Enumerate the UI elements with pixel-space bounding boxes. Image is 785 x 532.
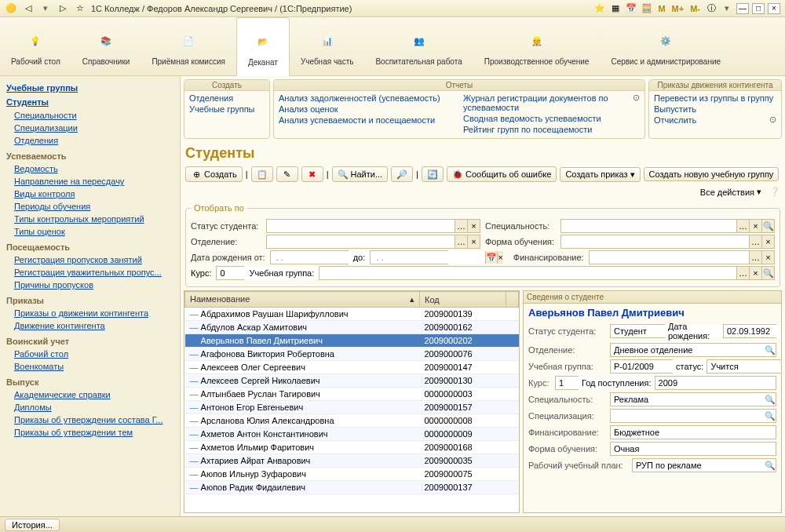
create-group-button[interactable]: Создать новую учебную группу: [644, 167, 780, 181]
nav-link[interactable]: Направление на пересдачу: [6, 175, 173, 188]
d-gstatus-input[interactable]: [706, 359, 782, 373]
students-table[interactable]: Наименование ▴ Код — Абдрахимов Раушан Ш…: [184, 290, 520, 513]
nav-link[interactable]: Регистрация пропусков занятий: [6, 253, 173, 266]
info-icon[interactable]: ⓘ: [705, 2, 717, 15]
calendar-icon[interactable]: 📅: [485, 251, 497, 264]
close-button[interactable]: ×: [768, 3, 780, 14]
table-row[interactable]: — Ахметов Антон Константинович0000000009: [185, 428, 519, 441]
clear-icon[interactable]: ×: [749, 267, 761, 279]
col-name[interactable]: Наименование ▴: [185, 292, 420, 308]
all-actions-button[interactable]: Все действия ▾: [696, 185, 766, 199]
d-spec-input[interactable]: 🔍: [610, 392, 776, 406]
edit-button[interactable]: ✎: [276, 166, 298, 182]
grid-icon[interactable]: ▦: [609, 2, 622, 15]
maximize-button[interactable]: □: [752, 3, 765, 14]
search-icon[interactable]: 🔍: [765, 395, 776, 405]
d-birth-input[interactable]: [723, 324, 776, 338]
create-order-button[interactable]: Создать приказ ▾: [560, 167, 640, 182]
table-row[interactable]: — Ахметов Ильмир Фаритович2009000168: [185, 441, 519, 454]
table-row[interactable]: — Алексеев Олег Сергеевич2009000147: [185, 361, 519, 374]
d-year-input[interactable]: [655, 376, 776, 390]
table-row[interactable]: — Антонов Егор Евгеньевич2009000157: [185, 401, 519, 414]
table-row[interactable]: — Абдулов Аскар Хамитович2009000162: [185, 321, 519, 334]
nav-link[interactable]: Дипломы: [6, 401, 173, 414]
nav-link[interactable]: Типы оценок: [6, 225, 173, 238]
table-row[interactable]: — Арсланова Юлия Александровна0000000008: [185, 414, 519, 428]
find-clear-button[interactable]: 🔎: [391, 166, 413, 182]
report-link[interactable]: Анализ успеваемости и посещаемости: [279, 115, 455, 126]
order-release-link[interactable]: Выпустить: [654, 104, 776, 115]
clear-icon[interactable]: ×: [749, 220, 761, 232]
filter-spec-input[interactable]: …×🔍: [560, 219, 775, 233]
table-row[interactable]: — Аверьянов Павел Дмитриевич2009000202: [185, 334, 519, 348]
nav-back-icon[interactable]: ◁: [22, 2, 35, 15]
d-fund-input[interactable]: [610, 425, 776, 439]
d-plan-input[interactable]: 🔍: [632, 458, 776, 472]
ribbon-desktop[interactable]: 💡Рабочий стол: [0, 17, 71, 75]
d-dept-input[interactable]: 🔍: [610, 343, 776, 357]
nav-fwd-icon[interactable]: ▷: [57, 2, 69, 15]
history-button[interactable]: История...: [5, 519, 60, 531]
orders-more-icon[interactable]: ⊙: [769, 115, 776, 126]
table-row[interactable]: — Алтынбаев Руслан Тагирович0000000003: [185, 388, 519, 401]
search-icon[interactable]: 🔍: [765, 411, 776, 421]
d-status-input[interactable]: [610, 324, 665, 338]
ribbon-upbringing[interactable]: 👥Воспитательная работа: [364, 17, 473, 75]
clear-icon[interactable]: ×: [467, 220, 480, 232]
help-icon[interactable]: ❔: [769, 187, 780, 197]
filter-dept-input[interactable]: …×: [266, 235, 480, 249]
table-row[interactable]: — Ахтариев Айрат Анварович2009000035: [185, 454, 519, 468]
nav-link[interactable]: Ведомость: [6, 162, 173, 175]
report-error-button[interactable]: 🐞Сообщить об ошибке: [447, 166, 557, 182]
pick-icon[interactable]: …: [749, 251, 761, 264]
nav-link[interactable]: Приказы об утверждении тем: [6, 426, 173, 439]
nav-link[interactable]: Виды контроля: [6, 188, 173, 200]
nav-students[interactable]: Студенты: [6, 95, 173, 109]
d-form-input[interactable]: [610, 442, 776, 456]
nav-groups[interactable]: Учебные группы: [6, 81, 173, 95]
col-code[interactable]: Код: [420, 292, 506, 308]
pick-icon[interactable]: …: [736, 267, 749, 279]
d-specz-input[interactable]: 🔍: [610, 409, 776, 423]
search-icon[interactable]: 🔍: [761, 267, 774, 279]
delete-button[interactable]: ✖: [301, 166, 323, 182]
nav-link[interactable]: Типы контрольных мероприятий: [6, 213, 173, 225]
table-row[interactable]: — Аюпов Ильнур Зуфарович2009000075: [185, 468, 519, 481]
report-link[interactable]: Анализ задолженностей (успеваемость): [279, 93, 455, 104]
nav-link[interactable]: Военкоматы: [6, 360, 173, 373]
filter-birth-to-input[interactable]: 📅×: [370, 250, 448, 264]
table-row[interactable]: — Агафонова Виктория Робертовна200900007…: [185, 348, 519, 361]
ribbon-production[interactable]: 👷Производственное обучение: [473, 17, 601, 75]
create-dept-link[interactable]: Отделения: [189, 93, 265, 104]
nav-link[interactable]: Периоды обучения: [6, 200, 173, 213]
info-dropdown[interactable]: ▾: [721, 2, 733, 15]
order-transfer-link[interactable]: Перевести из группы в группу: [654, 93, 776, 104]
pick-icon[interactable]: …: [749, 235, 761, 248]
nav-link[interactable]: Движение контингента: [6, 319, 173, 332]
nav-link[interactable]: Регистрация уважительных пропус...: [6, 266, 173, 279]
ribbon-education[interactable]: 📊Учебная часть: [290, 17, 365, 75]
table-row[interactable]: — Алексеев Сергей Николаевич2009000130: [185, 374, 519, 388]
nav-link[interactable]: Специальности: [6, 109, 173, 122]
pick-icon[interactable]: …: [736, 220, 749, 232]
report-link[interactable]: Сводная ведомость успеваемости: [463, 113, 633, 124]
pick-icon[interactable]: …: [455, 235, 467, 248]
clear-icon[interactable]: ×: [467, 235, 480, 248]
search-icon[interactable]: 🔍: [761, 220, 774, 232]
order-expel-link[interactable]: Отчислить: [654, 115, 769, 126]
star-icon[interactable]: ☆: [74, 2, 86, 15]
filter-fund-input[interactable]: …×: [589, 250, 775, 264]
nav-link[interactable]: Рабочий стол: [6, 348, 173, 360]
filter-group-input[interactable]: …×🔍: [319, 266, 775, 280]
refresh-button[interactable]: 🔄: [422, 166, 444, 182]
search-icon[interactable]: 🔍: [765, 345, 776, 355]
filter-course-input[interactable]: ▾: [216, 266, 244, 280]
report-link[interactable]: Анализ оценок: [279, 104, 455, 115]
minimize-button[interactable]: —: [736, 3, 749, 14]
filter-status-input[interactable]: …×: [266, 219, 480, 233]
nav-link[interactable]: Приказы об утверждении состава Г...: [6, 414, 173, 426]
ribbon-deanery[interactable]: 📂Деканат: [236, 17, 290, 76]
fav-icon[interactable]: ⭐: [593, 2, 606, 15]
m-button[interactable]: M: [656, 4, 666, 13]
clear-icon[interactable]: ×: [761, 235, 774, 248]
